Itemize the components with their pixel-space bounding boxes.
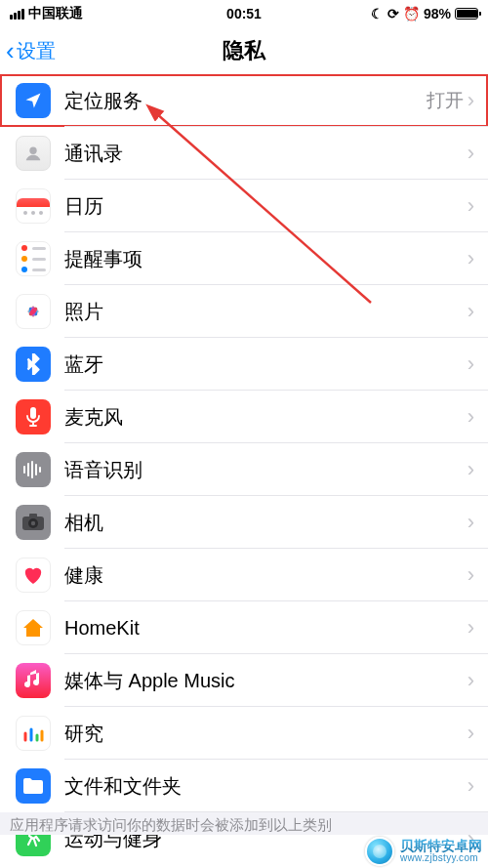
row-location-services[interactable]: 定位服务 打开 › [0,74,488,127]
chevron-right-icon: › [468,246,488,271]
row-speech-recognition[interactable]: 语音识别 › [0,443,488,496]
row-microphone[interactable]: 麦克风 › [0,391,488,443]
row-label: 相机 [64,510,468,536]
chevron-right-icon: › [468,141,488,166]
row-label: 研究 [64,721,468,747]
row-label: 照片 [64,299,468,325]
row-label: 提醒事项 [64,246,468,272]
page-title: 隐私 [223,36,265,65]
battery-pct: 98% [424,6,451,21]
svg-rect-9 [30,407,36,419]
microphone-icon [16,399,51,434]
row-photos[interactable]: 照片 › [0,285,488,338]
chevron-right-icon: › [468,510,488,535]
chevron-right-icon: › [468,668,488,693]
row-health[interactable]: 健康 › [0,549,488,601]
chevron-right-icon: › [468,193,488,219]
status-bar: 中国联通 00:51 ☾ ⟳ ⏰ 98% [0,0,488,27]
back-button[interactable]: ‹ 设置 [0,38,56,64]
chevron-right-icon: › [468,299,488,324]
waveform-icon [16,452,51,487]
battery-icon [455,8,478,20]
chevron-left-icon: ‹ [6,38,15,63]
chevron-right-icon: › [468,773,488,799]
svg-rect-18 [29,514,37,517]
watermark: 贝斯特安卓网 www.zjbstyy.com [365,837,482,866]
row-label: 蓝牙 [64,351,468,378]
row-label: 日历 [64,193,468,220]
settings-list: 定位服务 打开 › 通讯录 › 日历 › 提醒事项 › [0,74,488,865]
chevron-right-icon: › [468,88,488,113]
heart-icon [16,558,51,593]
signal-icon [10,9,24,20]
row-bluetooth[interactable]: 蓝牙 › [0,338,488,391]
row-label: 文件和文件夹 [64,773,468,800]
nav-bar: ‹ 设置 隐私 [0,27,488,74]
row-research[interactable]: 研究 › [0,707,488,760]
watermark-name: 贝斯特安卓网 [400,839,482,853]
chevron-right-icon: › [468,562,488,588]
row-camera[interactable]: 相机 › [0,496,488,549]
photos-icon [16,294,51,329]
chevron-right-icon: › [468,615,488,641]
row-value: 打开 [427,88,464,113]
footer-note: 应用程序请求访问你的数据时会被添加到以上类别 [0,812,488,835]
chevron-right-icon: › [468,721,488,746]
row-label: 通讯录 [64,141,468,167]
contacts-icon [16,136,51,171]
chevron-right-icon: › [468,457,488,482]
status-left: 中国联通 [10,5,83,22]
carrier-label: 中国联通 [28,5,83,22]
row-label: 定位服务 [64,88,427,114]
camera-icon [16,505,51,540]
status-right: ☾ ⟳ ⏰ 98% [371,6,478,21]
row-files-folders[interactable]: 文件和文件夹 › [0,760,488,812]
watermark-logo-icon [365,837,394,866]
status-time: 00:51 [226,6,262,21]
row-calendar[interactable]: 日历 › [0,180,488,232]
svg-point-0 [29,147,36,154]
calendar-icon [16,188,51,224]
row-reminders[interactable]: 提醒事项 › [0,232,488,285]
location-icon [16,83,51,118]
reminders-icon [16,241,51,276]
chevron-right-icon: › [468,351,488,377]
bluetooth-icon [16,347,51,382]
chevron-right-icon: › [468,404,488,430]
row-label: 麦克风 [64,404,468,431]
home-icon [16,610,51,645]
row-homekit[interactable]: HomeKit › [0,601,488,654]
alarm-icon: ⏰ [403,6,420,21]
music-note-icon [16,663,51,698]
moon-icon: ☾ [371,6,384,21]
row-label: 媒体与 Apple Music [64,668,468,694]
row-label: 健康 [64,562,468,589]
row-label: HomeKit [64,617,468,640]
folder-icon [16,768,51,804]
watermark-url: www.zjbstyy.com [400,853,482,864]
back-label: 设置 [17,38,56,64]
row-media-apple-music[interactable]: 媒体与 Apple Music › [0,654,488,707]
research-icon [16,716,51,751]
row-contacts[interactable]: 通讯录 › [0,127,488,180]
row-label: 语音识别 [64,457,468,483]
svg-point-17 [31,521,35,525]
lock-icon: ⟳ [387,6,399,21]
